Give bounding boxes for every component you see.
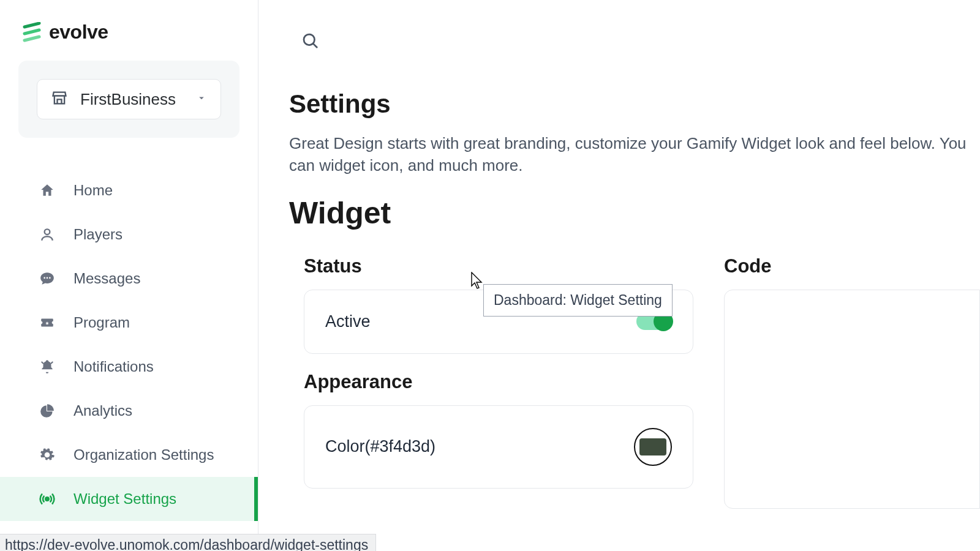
nav-label: Program <box>74 314 130 331</box>
brand-logo-icon <box>22 22 43 43</box>
main-content: Settings Great Design starts with great … <box>258 0 980 551</box>
code-heading: Code <box>724 255 980 277</box>
nav-label: Organization Settings <box>74 446 214 463</box>
svg-point-2 <box>47 277 48 279</box>
color-card: Color(#3f4d3d) <box>304 405 693 489</box>
nav-widget-settings[interactable]: Widget Settings <box>0 477 258 521</box>
color-swatch <box>639 438 666 455</box>
org-picker-panel: FirstBusiness <box>18 61 239 138</box>
nav-notifications[interactable]: Notifications <box>0 345 258 389</box>
nav-messages[interactable]: Messages <box>0 257 258 301</box>
nav-label: Widget Settings <box>74 490 176 508</box>
nav-home[interactable]: Home <box>0 168 258 212</box>
sidebar-nav: Home Players Messages Program <box>0 168 258 521</box>
org-selected-label: FirstBusiness <box>80 90 184 109</box>
search-button[interactable] <box>299 31 321 53</box>
color-swatch-button[interactable] <box>634 428 672 466</box>
nav-label: Analytics <box>74 402 132 419</box>
topbar <box>258 24 980 71</box>
appearance-heading: Appearance <box>304 371 693 393</box>
svg-point-1 <box>43 277 45 279</box>
user-icon <box>38 227 56 242</box>
svg-point-0 <box>45 229 50 234</box>
chevron-down-icon <box>196 92 207 106</box>
brand-logo: evolve <box>0 18 258 61</box>
gear-icon <box>38 447 56 463</box>
search-icon <box>301 31 319 52</box>
svg-point-3 <box>49 277 51 279</box>
page-description: Great Design starts with great branding,… <box>289 132 980 177</box>
home-icon <box>38 182 56 198</box>
svg-point-4 <box>45 497 48 500</box>
pie-chart-icon <box>38 403 56 419</box>
sidebar: evolve FirstBusiness Home <box>0 0 258 551</box>
nav-label: Messages <box>74 270 140 287</box>
nav-label: Home <box>74 182 113 199</box>
nav-org-settings[interactable]: Organization Settings <box>0 433 258 477</box>
ticket-icon <box>38 315 56 331</box>
tooltip: Dashboard: Widget Setting <box>483 284 673 317</box>
widget-heading: Widget <box>289 195 980 231</box>
page-title: Settings <box>289 89 980 119</box>
storefront-icon <box>51 89 68 109</box>
org-select[interactable]: FirstBusiness <box>37 79 221 119</box>
status-heading: Status <box>304 255 693 277</box>
svg-point-5 <box>304 34 315 45</box>
nav-label: Notifications <box>74 358 154 375</box>
code-box[interactable] <box>724 290 980 509</box>
brand-name: evolve <box>49 21 108 43</box>
chat-icon <box>38 271 56 287</box>
nav-players[interactable]: Players <box>0 212 258 257</box>
nav-label: Players <box>74 226 123 243</box>
nav-analytics[interactable]: Analytics <box>0 389 258 433</box>
active-label: Active <box>325 312 371 331</box>
broadcast-icon <box>38 491 56 507</box>
nav-program[interactable]: Program <box>0 301 258 345</box>
color-label: Color(#3f4d3d) <box>325 437 435 456</box>
bell-icon <box>38 359 56 375</box>
browser-status-url: https://dev-evolve.unomok.com/dashboard/… <box>0 534 376 551</box>
